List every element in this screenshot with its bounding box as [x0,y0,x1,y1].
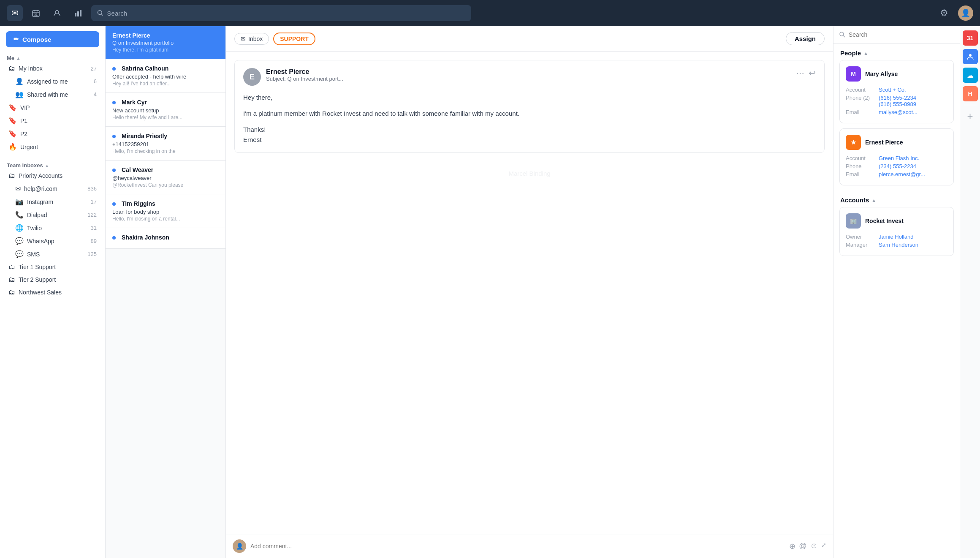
person-phone1[interactable]: (616) 555-2234 [879,95,916,101]
search-input[interactable] [107,10,465,17]
email-body: Hey there, I'm a platinum member with Ro… [243,93,816,145]
comment-bar: 👤 ⊕ @ ☺ ⤢ [226,534,833,558]
sidebar-item-urgent[interactable]: 🔥 Urgent [2,140,103,153]
sidebar-item-p2[interactable]: 🔖 P2 [2,127,103,140]
add-integration-icon[interactable]: + [963,109,978,124]
sidebar-item-dialpad[interactable]: 📞 Dialpad 122 [2,208,103,221]
expand-icon[interactable]: ⤢ [821,542,826,551]
assign-button[interactable]: Assign [786,32,825,45]
contacts-nav-icon[interactable] [49,5,65,21]
sidebar-item-vip[interactable]: 🔖 VIP [2,101,103,114]
ernest-email-link[interactable]: pierce.ernest@gr... [879,171,925,177]
tier2-icon: 🗂 [8,276,15,283]
sidebar-item-instagram[interactable]: 📷 Instagram 17 [2,195,103,208]
sidebar-item-tier1[interactable]: 🗂 Tier 1 Support [2,261,103,273]
mention-icon[interactable]: @ [799,542,806,551]
right-panel: People ▲ M Mary Allyse Account Scott + C… [833,26,960,558]
email-main-content: ✉ Inbox SUPPORT Assign E Ernest Pierce S… [226,26,833,558]
sidebar-item-assigned-to-me[interactable]: 👤 Assigned to me 6 [2,75,103,88]
more-options-icon[interactable]: ⋯ [796,68,804,78]
support-tag[interactable]: SUPPORT [273,33,315,45]
person-card-mary-allyse: M Mary Allyse Account Scott + Co. Phone … [839,60,954,123]
person-phone-row: Phone (2) (616) 555-2234 (616) 555-8989 [846,95,947,107]
p1-icon: 🔖 [8,117,17,125]
global-search-bar[interactable] [91,5,471,21]
team-inboxes-label: Team Inboxes ▲ [0,161,105,169]
contact-sidebar-icon[interactable] [963,49,978,64]
analytics-nav-icon[interactable] [70,5,86,21]
email-action-buttons: ⋯ ↩ [796,68,816,78]
tier1-icon: 🗂 [8,263,15,271]
account-manager-link[interactable]: Sam Henderson [879,242,918,248]
conv-item-shakira-johnson[interactable]: Shakira Johnson [106,228,225,249]
right-panel-search[interactable] [833,26,960,44]
inbox-nav-icon[interactable]: ✉ [7,5,23,21]
person-phone2[interactable]: (616) 555-8989 [879,101,916,107]
ernest-email-row: Email pierce.ernest@gr... [846,171,947,177]
conversation-list: Ernest Pierce Q on Investment portfolio … [106,26,226,558]
person-icon-ernest: ★ [846,135,861,150]
settings-icon[interactable]: ⚙ [936,5,952,21]
people-section-title[interactable]: People ▲ [833,44,960,60]
sidebar-item-help-ri[interactable]: ✉ help@ri.com 836 [2,182,103,195]
sidebar-item-shared-with-me[interactable]: 👥 Shared with me 4 [2,88,103,101]
main-layout: ✏ Compose Me ▲ 🗂 My Inbox 27 👤 Assigned … [0,26,980,558]
add-icon[interactable]: ⊕ [789,542,795,551]
unread-dot [112,67,116,71]
account-name-rocket: Rocket Invest [865,218,904,224]
conv-item-miranda-priestly[interactable]: Miranda Priestly +14152359201 Hello, I'm… [106,127,225,161]
sidebar-item-northwest[interactable]: 🗂 Northwest Sales [2,286,103,299]
top-navigation: ✉ 31 ⚙ 👤 [0,0,980,26]
person-email-link[interactable]: mallyse@scot... [879,109,918,115]
sidebar-item-p1[interactable]: 🔖 P1 [2,114,103,127]
conv-item-sabrina-calhoun[interactable]: Sabrina Calhoun Offer accepted - help wi… [106,59,225,93]
svg-point-11 [840,32,844,36]
inbox-tag[interactable]: ✉ Inbox [234,33,269,45]
sidebar-item-priority-accounts[interactable]: 🗂 Priority Accounts [2,169,103,182]
calendar-nav-icon[interactable]: 31 [28,5,44,21]
email-card-header: E Ernest Pierce Subject: Q on Investment… [243,68,816,86]
sidebar-item-sms[interactable]: 💬 SMS 125 [2,248,103,261]
shared-icon: 👥 [15,90,24,98]
comment-input[interactable] [250,543,785,550]
compose-button[interactable]: ✏ Compose [6,31,99,47]
sidebar-item-tier2[interactable]: 🗂 Tier 2 Support [2,273,103,286]
me-section-label: Me ▲ [0,53,105,62]
search-icon [97,10,104,16]
svg-line-10 [101,14,103,15]
person-name-ernest: Ernest Pierce [865,139,903,146]
ernest-phone-link[interactable]: (234) 555-2234 [879,163,916,169]
sidebar-divider-1 [5,157,100,157]
account-owner-row: Owner Jamie Holland [846,234,947,240]
salesforce-sidebar-icon[interactable]: ☁ [963,68,978,83]
conv-item-tim-riggins[interactable]: Tim Riggins Loan for body shop Hello, I'… [106,194,225,228]
sidebar-item-whatsapp[interactable]: 💬 WhatsApp 89 [2,234,103,248]
unread-dot [112,101,116,104]
ernest-account-link[interactable]: Green Flash Inc. [879,155,919,161]
conv-item-cal-weaver[interactable]: Cal Weaver @heycalweaver @RocketInvest C… [106,161,225,194]
person-account-link[interactable]: Scott + Co. [879,87,906,93]
sidebar-item-my-inbox[interactable]: 🗂 My Inbox 27 [2,62,103,75]
hubspot-sidebar-icon[interactable]: H [963,86,978,101]
sender-name: Ernest Pierce [266,68,343,76]
account-owner-link[interactable]: Jamie Holland [879,234,913,240]
person-email-row: Email mallyse@scot... [846,109,947,115]
calendar-sidebar-icon[interactable]: 31 [963,30,978,46]
sidebar: ✏ Compose Me ▲ 🗂 My Inbox 27 👤 Assigned … [0,26,106,558]
accounts-section-title[interactable]: Accounts ▲ [833,191,960,207]
sender-avatar: E [243,68,261,86]
whatsapp-icon: 💬 [15,237,24,245]
email-subject: Subject: Q on Investment port... [266,76,343,82]
emoji-icon[interactable]: ☺ [810,542,818,551]
conv-item-mark-cyr[interactable]: Mark Cyr New account setup Hello there! … [106,93,225,127]
reply-icon[interactable]: ↩ [809,68,816,78]
comment-user-avatar: 👤 [233,539,246,553]
account-manager-row: Manager Sam Henderson [846,242,947,248]
right-search-input[interactable] [849,31,954,38]
avatar[interactable]: 👤 [958,5,973,21]
right-search-icon [839,32,845,38]
email-header-bar: ✉ Inbox SUPPORT Assign [226,26,833,52]
conv-item-ernest-pierce[interactable]: Ernest Pierce Q on Investment portfolio … [106,26,225,59]
sidebar-item-twilio[interactable]: 🌐 Twilio 31 [2,221,103,234]
svg-rect-6 [75,13,76,16]
